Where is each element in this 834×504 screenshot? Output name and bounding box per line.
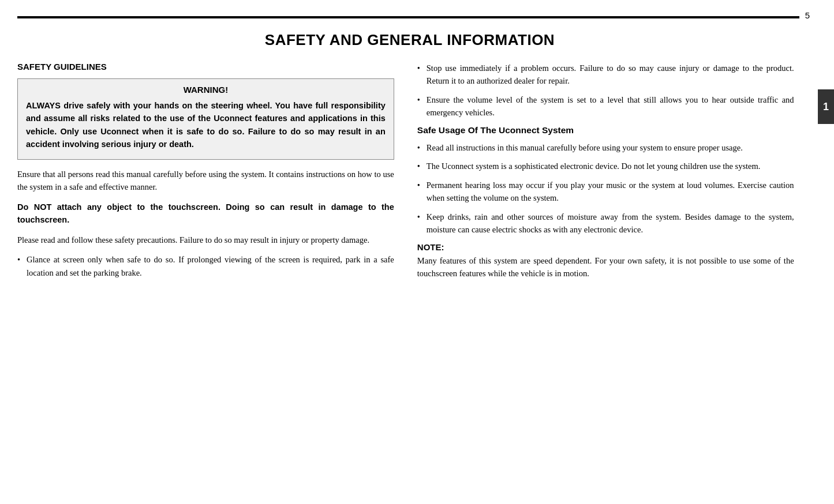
note-text: Many features of this system are speed d… — [417, 254, 794, 280]
safety-guidelines-heading: SAFETY GUIDELINES — [17, 62, 394, 72]
page-container: 5 1 SAFETY AND GENERAL INFORMATION SAFET… — [0, 0, 834, 504]
two-columns: SAFETY GUIDELINES WARNING! ALWAYS drive … — [17, 62, 802, 285]
left-bullet-list: Glance at screen only when safe to do so… — [17, 253, 394, 279]
list-item: Ensure the volume level of the system is… — [417, 93, 794, 119]
list-item: Permanent hearing loss may occur if you … — [417, 179, 794, 205]
list-item: Keep drinks, rain and other sources of m… — [417, 210, 794, 236]
warning-box: WARNING! ALWAYS drive safely with your h… — [17, 78, 394, 160]
list-item: Stop use immediately if a problem occurs… — [417, 62, 794, 88]
list-item: The Uconnect system is a sophisticated e… — [417, 160, 794, 172]
chapter-tab: 1 — [818, 89, 834, 124]
warning-text: ALWAYS drive safely with your hands on t… — [26, 99, 386, 151]
list-item: Glance at screen only when safe to do so… — [17, 253, 394, 279]
chapter-tab-label: 1 — [823, 101, 829, 113]
top-border — [17, 16, 799, 18]
right-top-bullet-list: Stop use immediately if a problem occurs… — [417, 62, 794, 119]
touchscreen-paragraph: Do NOT attach any object to the touchscr… — [17, 201, 394, 227]
warning-title: WARNING! — [26, 85, 386, 95]
left-column: SAFETY GUIDELINES WARNING! ALWAYS drive … — [17, 62, 394, 285]
page-title: SAFETY AND GENERAL INFORMATION — [17, 31, 802, 49]
list-item: Read all instructions in this manual car… — [417, 141, 794, 154]
note-label: NOTE: — [417, 242, 794, 252]
right-column: Stop use immediately if a problem occurs… — [417, 62, 794, 280]
page-number: 5 — [805, 10, 810, 20]
precaution-paragraph: Please read and follow these safety prec… — [17, 234, 394, 246]
safe-usage-heading: Safe Usage Of The Uconnect System — [417, 125, 794, 136]
intro-paragraph: Ensure that all persons read this manual… — [17, 168, 394, 194]
main-content: SAFETY AND GENERAL INFORMATION SAFETY GU… — [17, 25, 802, 492]
safe-usage-bullet-list: Read all instructions in this manual car… — [417, 141, 794, 236]
